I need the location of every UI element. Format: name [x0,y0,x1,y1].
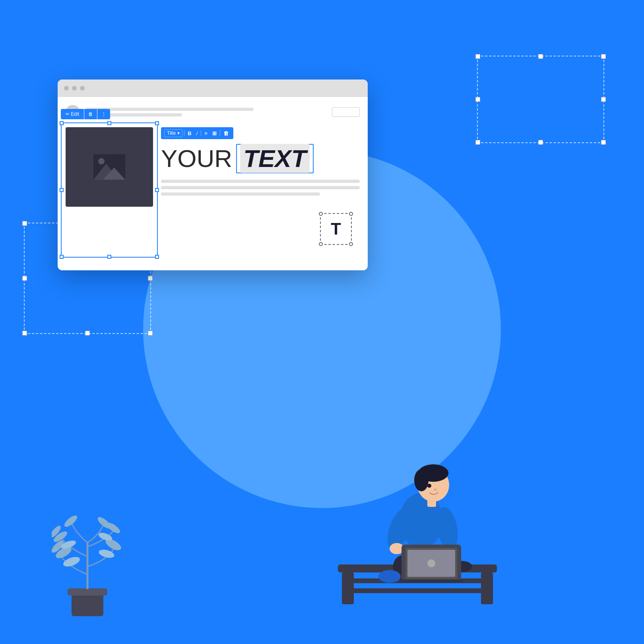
browser-main: ✏ Edit 🗑 ⋮ [66,127,360,253]
handle-ml [22,276,27,281]
svg-point-41 [63,514,79,529]
grid-button[interactable]: ⊞ [211,130,218,136]
toolbar-sep-1 [184,130,184,136]
bold-button[interactable]: B [186,130,193,136]
t-icon-box: T [320,213,352,245]
sel-handle-bm [107,255,111,259]
svg-rect-13 [427,499,436,507]
svg-point-42 [96,515,113,530]
svg-point-21 [378,570,401,583]
browser-content: ✏ Edit 🗑 ⋮ [58,97,368,270]
handle-bm [538,140,543,145]
selection-box-topright [477,56,604,143]
more-button[interactable]: ⋮ [97,109,110,119]
align-button[interactable]: ≡ [203,130,209,136]
your-text-your: YOUR [161,146,232,171]
text-block: Title ▾ B / ≡ ⊞ 🗑 YOUR TEXT [161,127,360,253]
t-handle-tl [319,212,323,216]
sel-handle-tm [107,121,111,125]
image-selection-border [61,122,158,258]
svg-point-15 [434,489,437,491]
t-icon: T [331,219,341,239]
toolbar-delete-button[interactable]: 🗑 [222,130,230,136]
svg-point-12 [414,469,429,491]
t-handle-tr [349,212,353,216]
handle-bl [475,140,480,145]
handle-tl [475,54,480,59]
plant-illustration [52,503,123,622]
title-toolbar: Title ▾ B / ≡ ⊞ 🗑 [161,127,233,139]
handle-ml [475,97,480,102]
edit-button[interactable]: ✏ Edit [61,109,84,119]
sel-handle-bl [60,255,64,259]
browser-window: ✏ Edit 🗑 ⋮ [58,80,368,270]
image-block: ✏ Edit 🗑 ⋮ [66,127,153,253]
content-lines [161,180,360,196]
edit-toolbar: ✏ Edit 🗑 ⋮ [61,109,110,119]
handle-br [601,140,606,145]
title-select[interactable]: Title ▾ [164,129,182,137]
handle-mr [601,97,606,102]
address-lines [86,108,326,116]
sel-handle-tl [60,121,64,125]
italic-button[interactable]: / [195,130,200,136]
svg-point-26 [427,559,435,567]
sel-handle-ml [60,188,64,192]
browser-dot-1 [64,86,69,91]
content-line-3 [161,192,320,196]
toolbar-sep-2 [201,130,201,136]
sel-handle-br [155,255,159,259]
person-illustration [298,421,537,620]
content-line-2 [161,186,360,189]
svg-rect-29 [68,588,107,596]
t-handle-bl [319,242,323,246]
chevron-down-icon: ▾ [177,130,180,136]
handle-bm [85,331,90,336]
svg-rect-8 [350,588,485,593]
browser-dot-2 [72,86,77,91]
svg-rect-27 [400,580,463,583]
svg-point-14 [427,484,431,488]
your-text-heading: YOUR TEXT [161,144,360,173]
content-line-1 [161,180,360,183]
text-selection-box: TEXT [236,144,313,173]
handle-tm [538,54,543,59]
toolbar-sep-3 [220,130,220,136]
handle-mr [148,276,153,281]
address-button[interactable] [332,107,360,117]
handle-br [148,331,153,336]
handle-tr [601,54,606,59]
handle-bl [22,331,27,336]
address-line-long [86,108,254,111]
browser-titlebar [58,80,368,97]
delete-button[interactable]: 🗑 [84,109,97,119]
title-label: Title [167,130,176,136]
sel-handle-mr [155,188,159,192]
t-handle-br [349,242,353,246]
browser-dot-3 [80,86,85,91]
your-text-text: TEXT [240,144,309,173]
handle-tl [22,221,27,226]
sel-handle-tr [155,121,159,125]
